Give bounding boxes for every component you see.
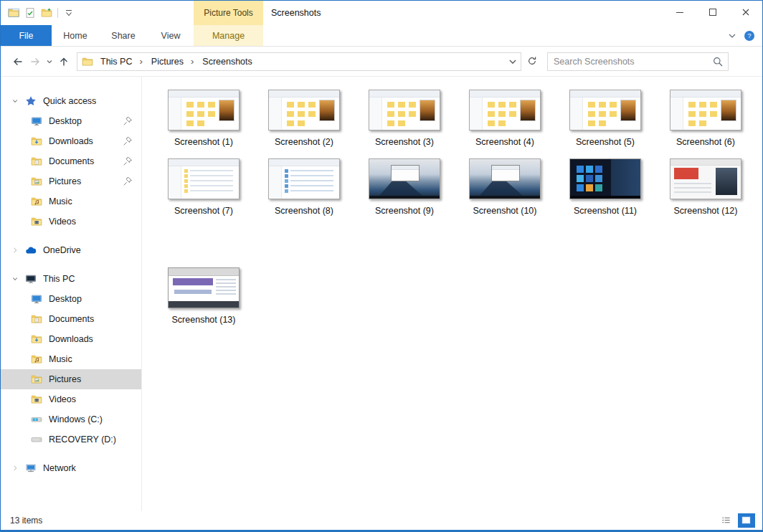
back-button[interactable] [9, 52, 27, 71]
file-item[interactable]: Screenshot (8) [254, 158, 354, 216]
sidebar-item-downloads[interactable]: Downloads [1, 329, 141, 349]
sidebar-item-network[interactable]: Network [1, 458, 141, 478]
pin-icon [123, 136, 133, 146]
file-item[interactable]: Screenshot (3) [354, 90, 455, 147]
minimize-button[interactable] [663, 1, 696, 24]
expand-chevron-icon[interactable] [11, 245, 25, 255]
sidebar-item-windows-c[interactable]: Windows (C:) [1, 409, 141, 429]
picture-tools-label: Picture Tools [194, 1, 263, 25]
search-input[interactable] [548, 57, 712, 67]
sidebar-item-recovery-d[interactable]: RECOVERY (D:) [1, 429, 141, 450]
sidebar-item-documents[interactable]: Documents [1, 151, 141, 171]
breadcrumb-segment-screenshots[interactable]: Screenshots [198, 53, 256, 70]
sidebar-item-pictures[interactable]: Pictures [1, 369, 141, 389]
sidebar-item-label: Videos [49, 217, 141, 227]
tab-manage[interactable]: Manage [194, 25, 263, 46]
file-thumbnail [168, 158, 240, 199]
file-name: Screenshot (8) [275, 206, 333, 216]
search-icon[interactable] [712, 56, 724, 67]
pin-icon [123, 156, 133, 166]
file-item[interactable]: Screenshot (2) [254, 90, 354, 147]
sidebar-item-label: Pictures [49, 374, 141, 384]
collapse-chevron-icon[interactable] [11, 274, 25, 284]
tab-file[interactable]: File [1, 25, 52, 46]
file-item[interactable]: Screenshot (1) [153, 90, 254, 147]
breadcrumb-segment-this-pc[interactable]: This PC [96, 53, 147, 70]
sidebar-item-documents[interactable]: Documents [1, 309, 141, 329]
file-item[interactable]: Screenshot (10) [455, 158, 555, 216]
sidebar-item-videos[interactable]: Videos [1, 389, 141, 409]
sidebar-item-desktop[interactable]: Desktop [1, 111, 141, 131]
sidebar-item-music[interactable]: Music [1, 191, 141, 212]
details-view-button[interactable] [718, 513, 735, 528]
file-name: Screenshot (12) [674, 206, 738, 216]
file-item[interactable]: Screenshot (13) [153, 267, 254, 325]
item-count: 13 items [10, 516, 42, 526]
recent-locations-button[interactable] [44, 52, 55, 71]
expand-chevron-icon[interactable] [11, 463, 25, 473]
window-title: Screenshots [271, 1, 321, 25]
collapse-ribbon-chevron-icon[interactable] [726, 30, 738, 42]
file-item[interactable]: Screenshot (7) [153, 158, 254, 216]
address-bar[interactable]: This PC Pictures Screenshots [77, 52, 521, 71]
network-icon [25, 462, 37, 474]
sidebar-item-label: Videos [49, 394, 141, 404]
tree-indent [16, 116, 31, 126]
sidebar-item-quick-access[interactable]: Quick access [1, 91, 141, 111]
minimize-icon [674, 6, 686, 18]
sidebar-item-videos[interactable]: Videos [1, 212, 141, 232]
thumbnails-view-button[interactable] [738, 513, 755, 528]
file-name: Screenshot (13) [172, 315, 236, 325]
maximize-icon [707, 6, 719, 18]
file-grid: Screenshot (1)Screenshot (2)Screenshot (… [153, 90, 762, 325]
sidebar-item-downloads[interactable]: Downloads [1, 131, 141, 151]
pictures-icon [31, 374, 42, 385]
up-button[interactable] [55, 52, 72, 71]
file-item[interactable]: Screenshot (6) [655, 90, 756, 147]
sidebar-item-desktop[interactable]: Desktop [1, 289, 141, 309]
close-button[interactable] [729, 1, 762, 24]
sidebar-item-pictures[interactable]: Pictures [1, 171, 141, 191]
tab-view[interactable]: View [148, 25, 194, 46]
file-item[interactable]: Screenshot (4) [455, 90, 555, 147]
star-icon [25, 95, 37, 107]
sidebar-item-label: Desktop [49, 116, 123, 126]
refresh-button[interactable] [523, 52, 542, 71]
caption-buttons [663, 1, 762, 24]
tab-home[interactable]: Home [52, 25, 99, 46]
address-dropdown-chevron-icon[interactable] [505, 53, 521, 70]
file-thumbnail [369, 90, 440, 130]
qat-customize-chevron-icon[interactable] [63, 7, 75, 19]
file-thumbnail [670, 90, 741, 130]
tree-indent [16, 176, 31, 186]
sidebar-item-onedrive[interactable]: OneDrive [1, 240, 141, 260]
help-icon[interactable]: ? [744, 30, 755, 42]
file-item[interactable]: Screenshot (5) [555, 90, 655, 147]
maximize-button[interactable] [696, 1, 729, 24]
file-thumbnail [569, 90, 641, 130]
file-item[interactable]: Screenshot (12) [655, 158, 756, 216]
search-box [547, 52, 729, 71]
tree-indent [16, 294, 31, 304]
quick-access-toolbar [1, 7, 75, 19]
sidebar-item-this-pc[interactable]: This PC [1, 269, 141, 289]
file-item[interactable]: Screenshot (11) [555, 158, 655, 216]
new-folder-icon[interactable] [41, 7, 52, 19]
properties-icon[interactable] [24, 7, 36, 19]
file-thumbnail [168, 267, 240, 308]
file-thumbnail [268, 158, 340, 199]
file-item[interactable]: Screenshot (9) [354, 158, 455, 216]
file-name: Screenshot (2) [275, 137, 333, 147]
collapse-chevron-icon[interactable] [11, 96, 25, 106]
music-icon [31, 196, 42, 207]
sidebar-item-label: Music [49, 196, 141, 206]
forward-button[interactable] [27, 52, 44, 71]
back-arrow-icon [12, 56, 24, 67]
svg-text:?: ? [747, 32, 751, 39]
breadcrumb-segment-pictures[interactable]: Pictures [147, 53, 199, 70]
recent-locations-chevron-icon [44, 56, 55, 67]
sidebar-item-music[interactable]: Music [1, 349, 141, 369]
sidebar-item-label: OneDrive [43, 245, 141, 255]
onedrive-icon [25, 244, 37, 256]
tab-share[interactable]: Share [99, 25, 148, 46]
